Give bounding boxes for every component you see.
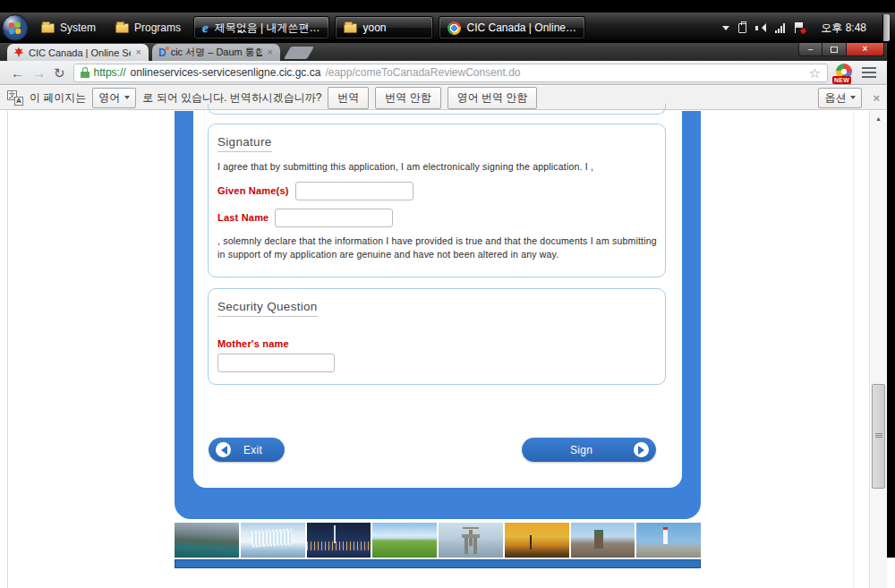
arrow-left-circle-icon: [216, 442, 231, 457]
sign-button[interactable]: Sign: [522, 438, 656, 462]
taskbar-window-yoon-folder[interactable]: yoon: [335, 16, 433, 39]
window-left-edge: [7, 111, 8, 588]
content-right-edge: [853, 111, 854, 588]
show-desktop-button[interactable]: [882, 14, 890, 41]
vertical-scrollbar[interactable]: ▲: [869, 111, 887, 588]
start-button[interactable]: [2, 14, 29, 41]
translate-message-suffix: 로 되어 있습니다. 번역하시겠습니까?: [142, 90, 321, 106]
daum-icon: D: [158, 47, 166, 58]
internet-explorer-icon: e: [202, 21, 209, 35]
desktop-background-right: [887, 43, 895, 558]
network-signal-icon[interactable]: [775, 23, 785, 33]
photo-lighthouse: [636, 523, 701, 558]
translate-bar-close-icon[interactable]: ×: [873, 91, 880, 105]
translate-options-button[interactable]: 옵션: [818, 88, 862, 108]
chevron-down-icon: [850, 96, 856, 102]
folder-icon: [344, 23, 357, 33]
system-tray: 오후 8:48: [722, 14, 893, 41]
translate-icon: 文 A: [7, 90, 23, 106]
taskbar-window-ie-mail[interactable]: e 제목없음 | 내게쓴편…: [193, 16, 328, 39]
restore-icon: [831, 47, 838, 53]
show-hidden-icons-icon[interactable]: [722, 26, 729, 34]
taskbar-window-label: CIC Canada | Online…: [467, 21, 577, 34]
taskbar-window-label: yoon: [363, 21, 387, 34]
language-dropdown[interactable]: 영어: [92, 88, 136, 108]
browser-toolbar: ← → ↻ https://onlineservices-servicesenl…: [0, 61, 887, 85]
address-bar[interactable]: https://onlineservices-servicesenligne.c…: [73, 64, 828, 82]
security-question-heading: Security Question: [217, 300, 318, 317]
tab-title: CIC Canada | Online Serv: [29, 47, 131, 58]
chevron-down-icon: [124, 96, 130, 102]
windows-logo-icon: [9, 21, 22, 34]
signature-section: Signature I agree that by submitting thi…: [208, 124, 666, 277]
url-host: onlineservices-servicesenligne.cic.gc.ca: [131, 66, 321, 79]
extension-new-icon[interactable]: NEW: [836, 64, 854, 81]
translate-message-prefix: 이 페이지는: [30, 90, 86, 106]
signature-outro-text: , solemnly declare that the information …: [217, 234, 658, 261]
photo-chateau-frontenac: [571, 523, 635, 558]
desktop-background: [0, 0, 895, 13]
tab-cic-canada[interactable]: CIC Canada | Online Serv ×: [7, 44, 149, 61]
signature-heading: Signature: [217, 135, 272, 152]
photo-inukshuk: [439, 523, 503, 558]
folder-icon: [115, 23, 129, 33]
taskbar-toolbar-label: Programs: [134, 21, 181, 34]
security-question-label: Mother's name: [217, 338, 656, 349]
scroll-up-icon[interactable]: ▲: [870, 111, 887, 125]
tab-close-icon[interactable]: ×: [135, 47, 142, 57]
canada-photo-strip: [175, 523, 701, 558]
given-names-label: Given Name(s): [217, 185, 289, 196]
photo-autumn-trees: [505, 523, 569, 558]
page-footer-bar: [175, 559, 701, 568]
minimize-button[interactable]: –: [798, 43, 823, 56]
arrow-right-circle-icon: [634, 442, 649, 457]
action-center-icon[interactable]: [738, 23, 746, 33]
form-page: Signature I agree that by submitting thi…: [193, 111, 682, 488]
window-controls: – ×: [798, 43, 884, 56]
security-answer-input[interactable]: [217, 354, 335, 372]
close-window-button[interactable]: ×: [847, 43, 884, 56]
exit-button[interactable]: Exit: [209, 438, 285, 462]
new-tab-button[interactable]: [284, 47, 314, 59]
tab-close-icon[interactable]: ×: [267, 47, 274, 57]
new-badge: NEW: [832, 76, 851, 84]
photo-niagara-falls: [241, 523, 305, 558]
taskbar-toolbar-label: System: [60, 21, 96, 34]
taskbar-toolbar-programs[interactable]: Programs: [108, 16, 188, 39]
restore-button[interactable]: [823, 43, 847, 56]
previous-section-card-bottom: [208, 104, 666, 115]
security-question-section: Security Question Mother's name: [208, 288, 666, 385]
photo-prairie-field: [372, 523, 437, 558]
maple-leaf-icon: [13, 47, 24, 58]
url-scheme: https://: [94, 66, 126, 79]
scrollbar-thumb[interactable]: [872, 384, 885, 489]
back-button[interactable]: ←: [11, 66, 24, 80]
given-names-input[interactable]: [295, 182, 413, 200]
last-name-input[interactable]: [275, 209, 393, 227]
taskbar-window-chrome-cic[interactable]: CIC Canada | Online…: [439, 16, 586, 39]
url-path: /eapp/comeToCanadaReviewConsent.do: [325, 66, 804, 79]
translate-bar-notch: [38, 81, 48, 91]
tab-title: cic 서명 – Daum 통합 검: [171, 46, 262, 59]
signature-intro-text: I agree that by submitting this applicat…: [217, 160, 656, 174]
chrome-icon: [448, 21, 461, 35]
photo-moraine-lake: [175, 523, 239, 558]
volume-icon[interactable]: [755, 23, 766, 33]
ssl-lock-icon[interactable]: [81, 67, 90, 79]
taskbar-clock[interactable]: 오후 8:48: [814, 21, 874, 36]
network-error-flag-icon[interactable]: [794, 22, 805, 33]
forward-button[interactable]: →: [32, 66, 46, 80]
last-name-label: Last Name: [217, 212, 268, 223]
reload-button[interactable]: ↻: [54, 66, 65, 80]
bookmark-star-icon[interactable]: ☆: [809, 66, 821, 80]
taskbar-window-label: 제목없음 | 내게쓴편…: [215, 21, 320, 36]
browser-tab-strip: CIC Canada | Online Serv × D cic 서명 – Da…: [0, 43, 887, 61]
page-blue-container: Signature I agree that by submitting thi…: [175, 111, 701, 519]
chrome-menu-icon[interactable]: [862, 67, 876, 78]
photo-toronto-skyline: [307, 523, 371, 558]
folder-icon: [41, 23, 55, 33]
tab-daum-search[interactable]: D cic 서명 – Daum 통합 검 ×: [152, 44, 280, 61]
taskbar-toolbar-system[interactable]: System: [34, 16, 103, 39]
page-viewport: Signature I agree that by submitting thi…: [0, 111, 887, 588]
taskbar: System Programs e 제목없음 | 내게쓴편… yoon CIC …: [0, 13, 895, 43]
